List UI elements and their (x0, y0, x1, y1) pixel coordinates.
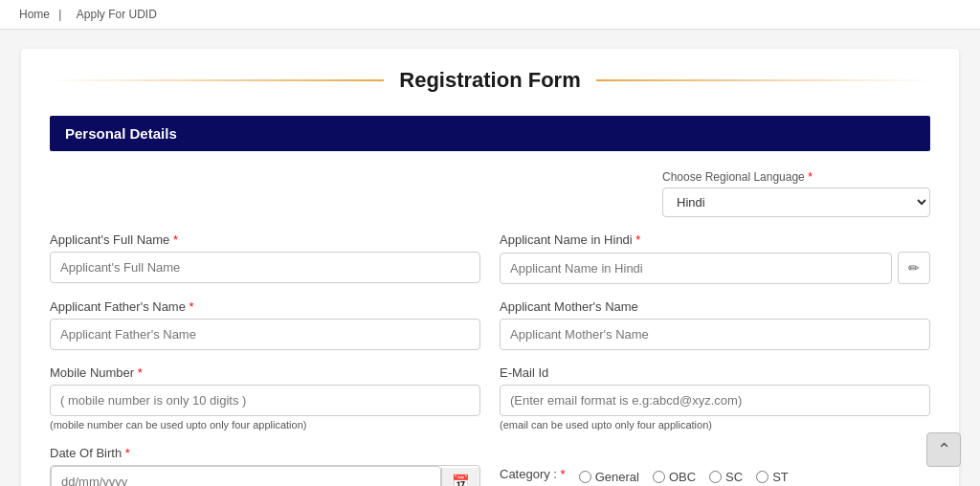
category-general-radio[interactable] (579, 471, 591, 483)
calendar-icon[interactable]: 📅 (441, 468, 479, 487)
date-input-wrapper: 📅 (50, 465, 480, 486)
mobile-input[interactable] (50, 385, 480, 416)
row-name: Applicant's Full Name * Applicant Name i… (50, 232, 930, 284)
hindi-input-wrapper: ✏ (500, 252, 930, 284)
email-input[interactable] (500, 385, 930, 416)
category-st-label: ST (772, 470, 789, 484)
title-line-right (596, 79, 930, 81)
category-general: General (579, 470, 639, 484)
regional-language-required: * (808, 170, 813, 184)
breadcrumb-home[interactable]: Home (19, 8, 50, 21)
scroll-top-button[interactable]: ⌃ (926, 432, 961, 467)
category-st: ST (756, 470, 789, 484)
father-name-label: Applicant Father's Name * (50, 299, 480, 314)
hindi-name-label: Applicant Name in Hindi * (500, 232, 930, 247)
row-parents: Applicant Father's Name * Applicant Moth… (50, 299, 930, 350)
full-name-label: Applicant's Full Name * (50, 232, 480, 247)
category-sc-radio[interactable] (709, 471, 722, 483)
category-obc: OBC (653, 470, 696, 484)
dob-input[interactable] (51, 466, 441, 486)
category-sc-label: SC (725, 470, 743, 484)
row-dob-category: Date Of Birth * 📅 Category : * General (50, 446, 930, 486)
page-wrapper: Registration Form Personal Details Choos… (21, 49, 959, 486)
full-name-input[interactable] (50, 252, 480, 283)
group-dob: Date Of Birth * 📅 (50, 446, 480, 486)
group-email: E-Mail Id (email can be used upto only f… (500, 365, 930, 431)
breadcrumb-current: Apply For UDID (77, 8, 157, 21)
mother-name-label: Applicant Mother's Name (500, 299, 930, 314)
category-general-label: General (595, 470, 639, 484)
regional-language-select[interactable]: Hindi English Tamil Telugu Kannada Marat… (662, 188, 930, 217)
category-st-radio[interactable] (756, 471, 768, 483)
email-label: E-Mail Id (500, 365, 930, 380)
title-line-left (50, 79, 384, 81)
breadcrumb-separator: | (58, 8, 61, 21)
mother-name-input[interactable] (500, 319, 930, 350)
section-header-personal: Personal Details (50, 116, 930, 151)
form-title-wrapper: Registration Form (50, 68, 930, 93)
group-hindi-name: Applicant Name in Hindi * ✏ (500, 232, 930, 284)
group-mother-name: Applicant Mother's Name (500, 299, 930, 350)
email-hint: (email can be used upto only four applic… (500, 419, 930, 431)
category-row: Category : * General OBC SC ST (500, 467, 930, 486)
group-mobile: Mobile Number * (mobile number can be us… (50, 365, 480, 431)
breadcrumb: Home | Apply For UDID (0, 0, 980, 30)
regional-language-block: Choose Regional Language * Hindi English… (662, 170, 930, 217)
mobile-label: Mobile Number * (50, 365, 480, 380)
form-title: Registration Form (384, 68, 595, 93)
hindi-edit-button[interactable]: ✏ (898, 252, 930, 284)
row-contact: Mobile Number * (mobile number can be us… (50, 365, 930, 431)
category-sc: SC (709, 470, 743, 484)
regional-language-label: Choose Regional Language * (662, 170, 930, 184)
hindi-name-input[interactable] (500, 253, 892, 284)
regional-language-row: Choose Regional Language * Hindi English… (50, 170, 930, 217)
category-label: Category : * (500, 467, 566, 481)
dob-label: Date Of Birth * (50, 446, 480, 460)
category-obc-label: OBC (669, 470, 696, 484)
category-obc-radio[interactable] (653, 471, 665, 483)
group-father-name: Applicant Father's Name * (50, 299, 480, 350)
father-name-input[interactable] (50, 319, 480, 350)
mobile-hint: (mobile number can be used upto only fou… (50, 419, 480, 431)
group-full-name: Applicant's Full Name * (50, 232, 480, 284)
group-category: Category : * General OBC SC ST (500, 446, 930, 486)
